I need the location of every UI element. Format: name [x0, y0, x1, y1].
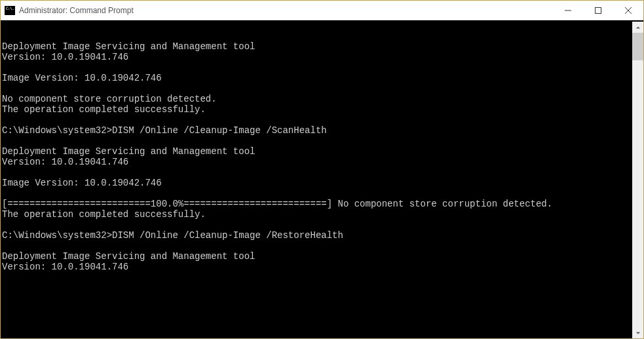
scroll-up-button[interactable]	[632, 22, 643, 33]
vertical-scrollbar[interactable]	[632, 22, 643, 338]
command-prompt-window: C:\. Administrator: Command Prompt Deplo…	[0, 0, 644, 339]
cmd-icon: C:\.	[5, 6, 15, 15]
window-controls	[553, 1, 643, 20]
console-wrapper: Deployment Image Servicing and Managemen…	[1, 20, 643, 338]
titlebar[interactable]: C:\. Administrator: Command Prompt	[1, 1, 643, 20]
svg-rect-1	[596, 7, 601, 13]
maximize-button[interactable]	[583, 1, 613, 20]
close-button[interactable]	[613, 1, 643, 20]
console-output[interactable]: Deployment Image Servicing and Managemen…	[1, 22, 632, 338]
scroll-down-button[interactable]	[632, 327, 643, 338]
minimize-button[interactable]	[553, 1, 583, 20]
scroll-thumb[interactable]	[632, 33, 643, 60]
window-title: Administrator: Command Prompt	[19, 6, 134, 15]
